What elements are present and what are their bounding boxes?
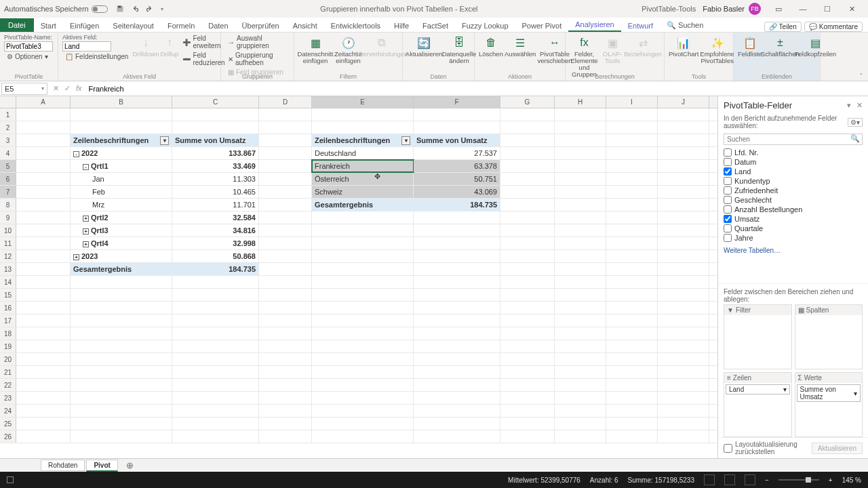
- zoom-out-icon[interactable]: −: [765, 476, 769, 484]
- update-button[interactable]: Aktualisieren: [812, 443, 863, 454]
- cell-E4[interactable]: Deutschland: [312, 147, 414, 159]
- worksheet-grid[interactable]: ABCDEFGHIJ 123Zeilenbeschriftungen▾Summe…: [0, 96, 717, 458]
- cell-J7[interactable]: [658, 186, 709, 198]
- cell-E11[interactable]: [312, 237, 414, 249]
- comments-button[interactable]: 💬 Kommentare: [804, 22, 863, 32]
- cell-B11[interactable]: +Qrtl4: [71, 237, 172, 249]
- cell-H12[interactable]: [555, 250, 606, 262]
- cell-J26[interactable]: [658, 430, 709, 443]
- field-checkbox[interactable]: [724, 205, 732, 214]
- cell-E7[interactable]: Schweiz: [312, 186, 414, 198]
- cell-H3[interactable]: [555, 134, 606, 146]
- autosave-toggle[interactable]: [92, 5, 108, 13]
- cell-I8[interactable]: [606, 199, 658, 211]
- cell-B12[interactable]: +2023: [71, 250, 172, 262]
- row-header[interactable]: 9: [0, 211, 16, 224]
- cell-A13[interactable]: [16, 263, 71, 275]
- cell-B3[interactable]: Zeilenbeschriftungen▾: [71, 134, 172, 146]
- cell-D4[interactable]: [259, 147, 312, 159]
- cell-J1[interactable]: [658, 108, 709, 121]
- cell-I25[interactable]: [606, 418, 658, 430]
- cell-E24[interactable]: [312, 405, 414, 417]
- collapse-ribbon-icon[interactable]: ˆ: [854, 33, 868, 81]
- cell-B21[interactable]: [71, 366, 172, 378]
- cell-A10[interactable]: [16, 224, 71, 237]
- cell-D13[interactable]: [259, 263, 312, 275]
- cell-G2[interactable]: [500, 121, 555, 134]
- cell-C6[interactable]: 11.303: [172, 173, 259, 185]
- row-header[interactable]: 6: [0, 173, 16, 185]
- cell-F17[interactable]: [414, 314, 500, 327]
- cell-I4[interactable]: [606, 147, 658, 159]
- minimize-icon[interactable]: —: [791, 0, 815, 18]
- cell-D9[interactable]: [259, 211, 312, 224]
- cell-B19[interactable]: [71, 340, 172, 352]
- col-header-C[interactable]: C: [172, 96, 259, 108]
- row-header[interactable]: 5: [0, 160, 16, 172]
- cell-I13[interactable]: [606, 263, 658, 275]
- cell-J12[interactable]: [658, 250, 709, 262]
- row-header[interactable]: 14: [0, 276, 16, 288]
- cell-G14[interactable]: [500, 276, 555, 288]
- cell-C17[interactable]: [172, 314, 259, 327]
- more-tables-link[interactable]: Weitere Tabellen…: [718, 244, 868, 257]
- defer-layout-checkbox[interactable]: [724, 444, 732, 453]
- row-header[interactable]: 13: [0, 263, 16, 275]
- row-header[interactable]: 1: [0, 108, 16, 121]
- cell-J2[interactable]: [658, 121, 709, 134]
- fieldlist-toggle[interactable]: 📋Feldliste: [738, 34, 762, 58]
- cell-H4[interactable]: [555, 147, 606, 159]
- cell-D19[interactable]: [259, 340, 312, 352]
- cell-B20[interactable]: [71, 353, 172, 365]
- row-header[interactable]: 3: [0, 134, 16, 146]
- pivotchart-button[interactable]: 📊PivotChart: [669, 34, 698, 58]
- field-Datum[interactable]: Datum: [724, 157, 863, 167]
- cell-D18[interactable]: [259, 327, 312, 340]
- cell-B2[interactable]: [71, 121, 172, 134]
- col-header-G[interactable]: G: [500, 96, 555, 108]
- record-macro-icon[interactable]: [7, 476, 14, 483]
- tab-powerpivot[interactable]: Power Pivot: [515, 20, 569, 32]
- cell-I11[interactable]: [606, 237, 658, 249]
- cell-F16[interactable]: [414, 302, 500, 314]
- cell-A25[interactable]: [16, 418, 71, 430]
- cell-A24[interactable]: [16, 405, 71, 417]
- tab-entwicklertools[interactable]: Entwicklertools: [324, 20, 387, 32]
- cell-E1[interactable]: [312, 108, 414, 121]
- row-header[interactable]: 21: [0, 366, 16, 378]
- cell-F25[interactable]: [414, 418, 500, 430]
- select-all-corner[interactable]: [0, 96, 16, 108]
- pt-options-button[interactable]: ⚙ Optionen ▾: [4, 52, 54, 61]
- fieldpane-gear-icon[interactable]: ⚙▾: [848, 118, 863, 127]
- sheet-tab-rohdaten[interactable]: Rohdaten: [41, 460, 85, 471]
- tab-ansicht[interactable]: Ansicht: [286, 20, 324, 32]
- cell-H7[interactable]: [555, 186, 606, 198]
- cell-G20[interactable]: [500, 353, 555, 365]
- tab-search[interactable]: 🔍 Suchen: [660, 19, 710, 32]
- cell-H24[interactable]: [555, 405, 606, 417]
- cell-E18[interactable]: [312, 327, 414, 340]
- area-values[interactable]: Σ Werte Summe von Umsatz▾: [795, 372, 863, 437]
- col-header-F[interactable]: F: [414, 96, 500, 108]
- cell-A2[interactable]: [16, 121, 71, 134]
- tab-formeln[interactable]: Formeln: [161, 20, 201, 32]
- cell-B4[interactable]: -2022: [71, 147, 172, 159]
- row-header[interactable]: 17: [0, 314, 16, 327]
- cell-I24[interactable]: [606, 405, 658, 417]
- cell-I26[interactable]: [606, 430, 658, 443]
- cell-F26[interactable]: [414, 430, 500, 443]
- cell-B8[interactable]: Mrz: [71, 199, 172, 211]
- cell-G18[interactable]: [500, 327, 555, 340]
- row-header[interactable]: 2: [0, 121, 16, 134]
- cell-B14[interactable]: [71, 276, 172, 288]
- cell-E5[interactable]: Frankreich: [312, 160, 414, 172]
- share-button[interactable]: 🔗 Teilen: [764, 22, 802, 32]
- cell-I14[interactable]: [606, 276, 658, 288]
- cell-D24[interactable]: [259, 405, 312, 417]
- cell-G10[interactable]: [500, 224, 555, 237]
- cell-F1[interactable]: [414, 108, 500, 121]
- save-icon[interactable]: [116, 5, 124, 13]
- cell-B23[interactable]: [71, 392, 172, 404]
- cell-F15[interactable]: [414, 289, 500, 301]
- field-Quartale[interactable]: Quartale: [724, 224, 863, 233]
